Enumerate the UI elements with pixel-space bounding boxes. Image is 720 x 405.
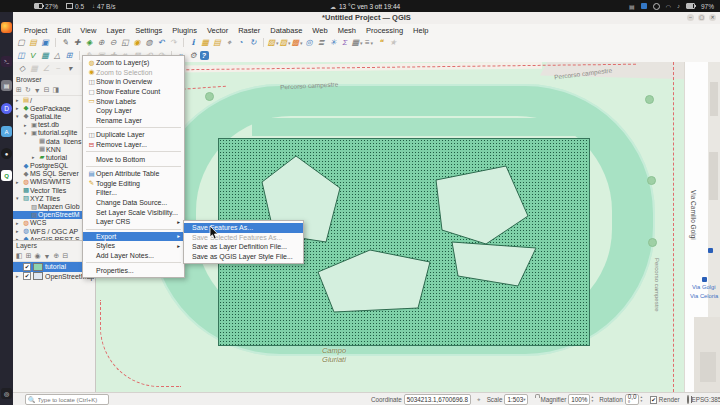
toolbar-icon[interactable]: ▧ [268,37,279,48]
context-menu-item[interactable]: Set Layer Scale Visibility... [83,207,184,217]
context-menu-item[interactable]: Change Data Source... [83,198,184,208]
crs-value[interactable]: EPSG:3857 [691,396,720,403]
menu-bar-item[interactable]: Web [307,26,332,35]
layers-toolbar-icon[interactable]: ⊟ [62,252,68,260]
locate-input[interactable] [38,397,108,403]
export-submenu-item[interactable]: Save Selected Features As... [184,233,303,243]
context-menu-item[interactable]: ◉ Zoom to Selection [83,68,184,78]
dock-firefox-icon[interactable] [1,22,12,33]
locate-box[interactable]: 🔍 [25,394,109,405]
toolbar-icon[interactable]: ▩ [292,37,303,48]
minimize-button[interactable]: – [687,14,694,21]
toolbar-icon[interactable]: ∠ [41,63,52,74]
context-menu-item[interactable]: Styles ▸ [83,241,184,251]
context-menu-item[interactable]: ⊟ Remove Layer... [83,140,184,150]
context-menu-item[interactable]: ◫ Duplicate Layer [83,130,184,140]
magnifier-spinbox[interactable]: 100% [568,394,590,405]
toolbar-icon[interactable]: ▦ [40,50,51,61]
layers-toolbar-icon[interactable]: ▼ [44,253,51,260]
context-menu-item[interactable]: Properties... [83,265,184,275]
export-submenu-item[interactable]: Save as Layer Definition File... [184,242,303,252]
context-menu-item[interactable]: ◍ Zoom to Layer(s) [83,58,184,68]
render-checkbox[interactable]: ✔ [650,396,657,404]
menu-bar-item[interactable]: Raster [233,26,265,35]
dock-app-icon[interactable]: ◎ [1,388,12,399]
toolbar-icon[interactable]: ? [200,51,209,60]
browser-toolbar-icon[interactable]: ⊟ [44,86,50,94]
toolbar-icon[interactable]: ↶ [156,37,167,48]
menu-bar-item[interactable]: Database [265,26,307,35]
context-menu-item[interactable] [86,127,181,128]
toolbar-icon[interactable]: ▾ [65,63,76,74]
coordinate-box[interactable]: 5034213.1,6700696.8 [404,394,471,405]
toolbar-icon[interactable]: ≣ [316,37,327,48]
context-menu-item[interactable] [86,151,181,152]
toolbar-icon[interactable] [77,50,81,61]
dock-software-icon[interactable]: A [1,126,12,137]
toolbar-icon[interactable]: △ [52,50,63,61]
toolbar-icon[interactable]: ℹ [188,37,199,48]
toolbar-icon[interactable]: ▣ [40,37,51,48]
toolbar-icon[interactable]: V [28,50,39,61]
menu-bar-item[interactable]: Edit [52,26,75,35]
toolbar-icon[interactable]: ▢ [16,37,27,48]
menu-bar-item[interactable]: Layer [101,26,130,35]
context-menu-item[interactable]: Copy Layer [83,106,184,116]
toolbar-icon[interactable]: ◍ [144,37,155,48]
toolbar-icon[interactable]: ◈ [84,37,95,48]
context-menu-item[interactable]: ▤ Open Attribute Table [83,169,184,179]
dock-terminal-icon[interactable]: >_ [1,56,12,67]
toolbar-icon[interactable]: ⊕ [96,37,107,48]
browser-toolbar-icon[interactable]: ◨ [53,86,60,94]
toolbar-icon[interactable] [53,37,57,48]
rotation-spinbox[interactable]: 0,0 ° [625,394,640,405]
menu-bar-item[interactable]: Vector [202,26,233,35]
layers-toolbar-icon[interactable]: ◧ [16,252,23,260]
spinner-arrows-icon[interactable]: ▴▾ [640,396,642,403]
browser-toolbar-icon[interactable]: ▼ [34,87,41,94]
toolbar-icon[interactable]: ✎ [60,37,71,48]
toolbar-icon[interactable]: ▨ [280,37,291,48]
context-menu-item[interactable] [86,229,181,230]
layer-visibility-checkbox[interactable]: ✔ [23,272,31,280]
context-menu-item[interactable] [86,262,181,263]
export-submenu-item[interactable]: Save as QGIS Layer Style File... [184,252,303,262]
toolbar-icon[interactable]: ▦ [29,63,40,74]
context-menu-item[interactable]: ▭ Show Labels [83,96,184,106]
toolbar-icon[interactable]: ⊞ [64,50,75,61]
toolbar-icon[interactable]: ▤ [28,37,39,48]
context-menu-item[interactable]: Move to Bottom [83,154,184,164]
toolbar-icon[interactable]: ↷ [168,37,179,48]
menu-bar-item[interactable]: Plugins [167,26,202,35]
toolbar-icon[interactable]: ▦ [352,37,363,48]
toolbar-icon[interactable]: Σ [340,37,351,48]
toolbar-icon[interactable]: ⚙ [188,50,199,61]
context-menu-item[interactable]: ▢ Show Feature Count [83,87,184,97]
context-menu-item[interactable]: ✎ Toggle Editing [83,179,184,189]
context-menu-item[interactable]: Export ▸ [83,232,184,242]
export-submenu-item[interactable]: Save Features As... [184,223,303,233]
toolbar-icon[interactable]: ★ [388,37,399,48]
menu-bar-item[interactable]: Mesh [333,26,361,35]
maximize-button[interactable]: ▢ [698,14,705,21]
dock-discord-icon[interactable]: D [1,103,12,114]
extents-icon[interactable]: ⌖ [477,396,481,404]
toolbar-icon[interactable]: ↻ [248,37,259,48]
menu-bar-item[interactable]: View [75,26,101,35]
system-monitor-indicators[interactable]: 27% 0.5 ↓47 B/s [34,3,116,10]
toolbar-icon[interactable] [261,37,265,48]
toolbar-icon[interactable]: ⊖ [108,37,119,48]
context-menu-item[interactable] [86,166,181,167]
context-menu-item[interactable]: ◫ Show in Overview [83,77,184,87]
context-menu-item[interactable]: Layer CRS ▸ [83,217,184,227]
menu-bar-item[interactable]: Help [408,26,433,35]
toolbar-icon[interactable]: ◱ [120,37,131,48]
scale-combo[interactable]: 1:503▾ [504,394,528,405]
toolbar-icon[interactable]: ◫ [16,50,27,61]
close-button[interactable]: ✕ [709,14,716,21]
context-menu-item[interactable]: Add Layer Notes... [83,251,184,261]
toolbar-icon[interactable]: ✚ [72,37,83,48]
browser-toolbar-icon[interactable]: ↻ [25,86,31,94]
browser-toolbar-icon[interactable]: ⊞ [16,86,22,94]
menu-bar-item[interactable]: Processing [361,26,408,35]
